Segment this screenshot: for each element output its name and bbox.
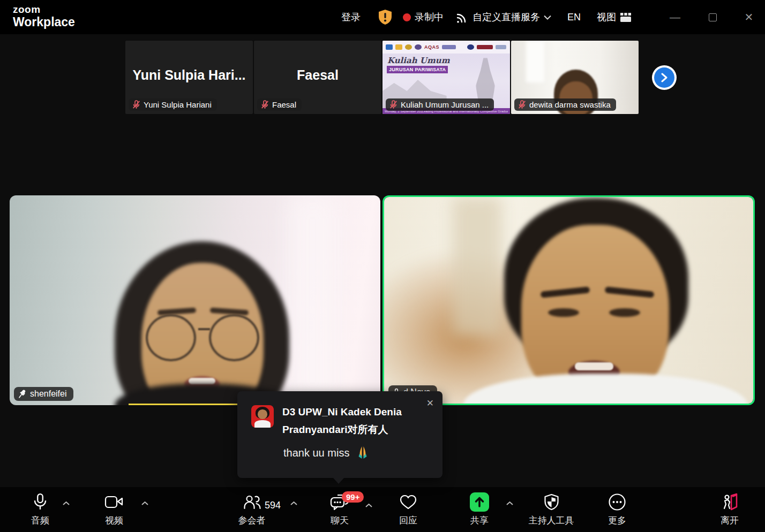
avatar-face-shape	[258, 409, 267, 419]
filmstrip-tile-dewita[interactable]: dewita darma swastika	[511, 41, 639, 114]
chat-notification-popup[interactable]: D3 UPW_Ni Kadek Denia Pradnyandari对所有人 ✕…	[237, 391, 442, 478]
close-icon[interactable]: ✕	[424, 397, 436, 410]
title-bar: zoom Workplace 登录 录制中 自定义直播服务 EN 视图	[0, 0, 765, 34]
filmstrip-tile-faesal[interactable]: Faesal Faesal	[254, 41, 381, 114]
live-stream-label: 自定义直播服务	[472, 11, 540, 24]
participants-options-chevron[interactable]	[290, 501, 298, 506]
poster-logo	[405, 44, 412, 50]
audio-button[interactable]: 音频	[31, 492, 50, 527]
share-screen-button[interactable]: 共享	[470, 492, 489, 527]
language-label: EN	[567, 12, 581, 23]
poster-logo	[496, 45, 506, 49]
poster-subtitle: JURUSAN PARIWISATA	[387, 66, 448, 73]
live-stream-menu[interactable]: 自定义直播服务	[456, 0, 551, 34]
mic-muted-icon	[518, 100, 526, 109]
chat-sender: D3 UPW_Ni Kadek Denia Pradnyandari对所有人	[282, 403, 438, 438]
filmstrip-tile-screenshare[interactable]: AQAS Kuliah Umum JURUSAN PARIWISATA Mond…	[382, 41, 510, 114]
next-page-button[interactable]	[652, 65, 677, 90]
folded-hands-emoji	[355, 445, 371, 461]
reactions-label: 回应	[399, 514, 417, 527]
eye-shape	[548, 308, 579, 317]
participants-label: 参会者	[238, 514, 266, 527]
window-maximize-button[interactable]	[700, 0, 725, 34]
nameplate-text: Faesal	[272, 100, 296, 109]
mic-muted-icon	[389, 100, 398, 109]
camera-icon	[104, 492, 124, 512]
view-button[interactable]: 视图	[597, 0, 632, 34]
mic-icon	[31, 492, 50, 512]
host-tools-button[interactable]: 主持人工具	[529, 492, 574, 527]
leave-label: 离开	[721, 514, 739, 527]
layout-grid-icon	[620, 12, 632, 22]
video-tile-shenfeifei[interactable]: shenfeifei	[10, 195, 380, 405]
eye-shape	[609, 308, 640, 317]
nameplate-text: dewita darma swastika	[529, 100, 611, 109]
window-close-button[interactable]: ✕	[737, 0, 761, 34]
popup-tail	[333, 477, 344, 484]
poster-logo	[395, 44, 402, 50]
nameplate: Kuliah Umum Jurusan ...	[386, 98, 494, 111]
leave-door-icon	[720, 492, 739, 512]
share-options-chevron[interactable]	[506, 501, 514, 506]
shield-checker-icon	[542, 492, 561, 512]
chat-unread-badge: 99+	[342, 491, 364, 503]
chat-options-chevron[interactable]	[365, 503, 373, 508]
maximize-icon	[709, 13, 717, 21]
sign-in-button[interactable]: 登录	[341, 0, 361, 34]
reactions-button[interactable]: 回应	[399, 492, 418, 527]
heart-icon	[399, 492, 418, 512]
video-button[interactable]: 视频	[104, 492, 124, 527]
chat-message-text: thank uu miss	[283, 447, 349, 459]
leave-button[interactable]: 离开	[720, 492, 739, 527]
window-minimize-button[interactable]: —	[663, 0, 687, 34]
nameplate-text: Yuni Sulpia Hariani	[144, 100, 212, 109]
participant-filmstrip: Yuni Sulpia Hari... Yuni Sulpia Hariani …	[125, 41, 640, 114]
participants-count: 594	[265, 500, 281, 511]
filmstrip-tile-yuni[interactable]: Yuni Sulpia Hari... Yuni Sulpia Hariani	[125, 41, 253, 114]
teeth-shape	[575, 362, 613, 370]
mic-muted-icon	[132, 100, 140, 109]
video-tile-active-speaker[interactable]: d Nova	[382, 195, 755, 405]
sign-in-label: 登录	[341, 11, 361, 24]
participant-display-name: Yuni Sulpia Hari...	[125, 67, 253, 83]
meeting-toolbar: 音频 视频 参会者 594	[0, 487, 765, 532]
nameplate-text: Kuliah Umum Jurusan ...	[401, 100, 489, 109]
share-arrow-icon	[470, 492, 489, 512]
background-shape	[453, 197, 502, 336]
video-options-chevron[interactable]	[141, 501, 149, 506]
red-dot-icon	[403, 13, 411, 21]
security-warning-icon[interactable]	[378, 0, 393, 34]
video-label: 视频	[105, 514, 123, 527]
more-button[interactable]: 更多	[608, 492, 627, 527]
chat-label: 聊天	[331, 514, 349, 527]
recording-indicator[interactable]: 录制中	[403, 0, 444, 34]
pin-icon	[18, 389, 27, 399]
shield-exclamation-icon	[378, 9, 393, 25]
nameplate-text: shenfeifei	[30, 389, 67, 399]
glasses-shape	[209, 314, 259, 361]
background-shape	[288, 195, 336, 405]
glasses-bridge-shape	[198, 328, 210, 330]
audio-label: 音频	[31, 514, 49, 527]
background-shape	[526, 41, 544, 82]
logo-workplace: Workplace	[13, 16, 75, 29]
host-tools-label: 主持人工具	[529, 514, 574, 527]
poster-logo	[386, 44, 393, 50]
chevron-down-icon	[544, 15, 551, 20]
language-button[interactable]: EN	[567, 0, 581, 34]
nameplate: Faesal	[257, 98, 302, 111]
recording-label: 录制中	[415, 11, 444, 24]
avatar	[251, 405, 274, 428]
video-feed	[384, 197, 753, 404]
poster-title: Kuliah Umum	[387, 56, 450, 65]
ellipsis-icon	[608, 492, 627, 512]
chat-message: thank uu miss	[283, 445, 371, 461]
more-label: 更多	[608, 514, 626, 527]
audio-options-chevron[interactable]	[62, 501, 70, 506]
glasses-shape	[146, 314, 196, 361]
zoom-workplace-logo: zoom Workplace	[13, 4, 75, 29]
nameplate: shenfeifei	[14, 387, 73, 401]
participants-icon	[242, 492, 261, 512]
participants-button[interactable]: 参会者	[238, 492, 266, 527]
video-feed	[10, 195, 380, 405]
